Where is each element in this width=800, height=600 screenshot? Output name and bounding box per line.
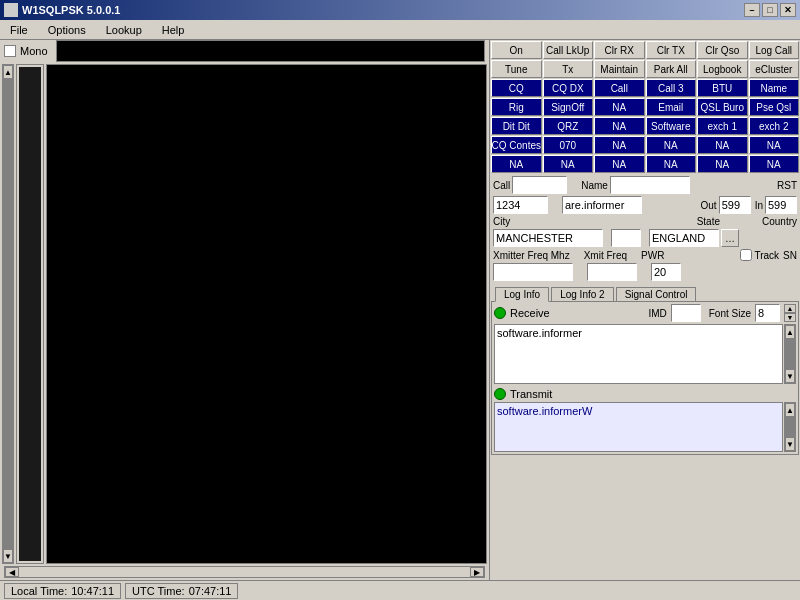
- btn-software[interactable]: Software: [646, 117, 697, 135]
- font-up-button[interactable]: ▲: [784, 304, 796, 313]
- city-label: City: [493, 216, 510, 227]
- btn-logbook[interactable]: Logbook: [697, 60, 748, 78]
- country-input[interactable]: [649, 229, 719, 247]
- btn-na-r4-2[interactable]: NA: [594, 136, 645, 154]
- xmit-freq-input[interactable]: [587, 263, 637, 281]
- city-input[interactable]: [493, 229, 603, 247]
- btn-na-r2-2[interactable]: NA: [594, 98, 645, 116]
- font-size-input[interactable]: [755, 304, 780, 322]
- xmitter-input[interactable]: [493, 263, 573, 281]
- btn-070[interactable]: 070: [543, 136, 594, 154]
- tx-scroll-up[interactable]: ▲: [785, 403, 795, 417]
- close-button[interactable]: ✕: [780, 3, 796, 17]
- btn-na-r5-5[interactable]: NA: [749, 155, 800, 173]
- tab-log-info[interactable]: Log Info: [495, 287, 549, 302]
- track-checkbox[interactable]: [740, 249, 752, 261]
- state-input[interactable]: [611, 229, 641, 247]
- maximize-button[interactable]: □: [762, 3, 778, 17]
- btn-na-r3-2[interactable]: NA: [594, 117, 645, 135]
- btn-na-r5-4[interactable]: NA: [697, 155, 748, 173]
- action-row-2: Rig SignOff NA Email QSL Buro Pse Qsl: [491, 98, 799, 116]
- transmit-textarea[interactable]: software.informerW: [494, 402, 783, 452]
- btn-call[interactable]: Call: [594, 79, 645, 97]
- country-browse-button[interactable]: …: [721, 229, 739, 247]
- btn-dit-dit[interactable]: Dit Dit: [491, 117, 542, 135]
- btn-clr-rx[interactable]: Clr RX: [594, 41, 645, 59]
- mono-checkbox[interactable]: [4, 45, 16, 57]
- font-size-label: Font Size: [709, 308, 751, 319]
- tab-signal-control[interactable]: Signal Control: [616, 287, 697, 302]
- rx-tx-container: Receive IMD Font Size ▲ ▼ software.infor…: [491, 301, 799, 455]
- receive-scrollbar[interactable]: ▲ ▼: [784, 324, 796, 384]
- btn-rig[interactable]: Rig: [491, 98, 542, 116]
- city-state-country-labels: City State Country: [493, 216, 797, 227]
- receive-textarea[interactable]: software.informer: [494, 324, 783, 384]
- transmit-text: software.informerW: [497, 405, 592, 417]
- scroll-up-button[interactable]: ▲: [3, 65, 13, 79]
- name-input[interactable]: [610, 176, 690, 194]
- menu-lookup[interactable]: Lookup: [100, 23, 148, 37]
- menu-file[interactable]: File: [4, 23, 34, 37]
- rx-scroll-up[interactable]: ▲: [785, 325, 795, 339]
- btn-btu[interactable]: BTU: [697, 79, 748, 97]
- in-label: In: [755, 200, 763, 211]
- btn-na-r5-0[interactable]: NA: [491, 155, 542, 173]
- utc-time-display: UTC Time: 07:47:11: [125, 583, 238, 599]
- btn-park-all[interactable]: Park All: [646, 60, 697, 78]
- btn-name[interactable]: Name: [749, 79, 800, 97]
- rx-scroll-down[interactable]: ▼: [785, 369, 795, 383]
- transmit-label: Transmit: [510, 388, 552, 400]
- btn-exch1[interactable]: exch 1: [697, 117, 748, 135]
- imd-input[interactable]: [671, 304, 701, 322]
- pwr-label: PWR: [641, 250, 664, 261]
- menu-help[interactable]: Help: [156, 23, 191, 37]
- btn-call3[interactable]: Call 3: [646, 79, 697, 97]
- tab-log-info-2[interactable]: Log Info 2: [551, 287, 613, 302]
- tx-scroll-down[interactable]: ▼: [785, 437, 795, 451]
- btn-qsl-buro[interactable]: QSL Buro: [697, 98, 748, 116]
- waterfall-scrollbar[interactable]: ▲ ▼: [2, 64, 14, 564]
- btn-na-r4-4[interactable]: NA: [697, 136, 748, 154]
- btn-signoff[interactable]: SignOff: [543, 98, 594, 116]
- window-controls: – □ ✕: [744, 3, 796, 17]
- btn-na-r5-3[interactable]: NA: [646, 155, 697, 173]
- name-value-input[interactable]: [562, 196, 642, 214]
- btn-email[interactable]: Email: [646, 98, 697, 116]
- btn-qrz[interactable]: QRZ: [543, 117, 594, 135]
- hscroll-left[interactable]: ◀: [5, 567, 19, 577]
- btn-cq-contest[interactable]: CQ Contes: [491, 136, 542, 154]
- btn-log-call[interactable]: Log Call: [749, 41, 800, 59]
- btn-na-r5-2[interactable]: NA: [594, 155, 645, 173]
- receive-indicator: [494, 307, 506, 319]
- call-input[interactable]: [512, 176, 567, 194]
- menu-options[interactable]: Options: [42, 23, 92, 37]
- btn-tune[interactable]: Tune: [491, 60, 542, 78]
- btn-ecluster[interactable]: eCluster: [749, 60, 800, 78]
- mono-label: Mono: [20, 45, 48, 57]
- btn-na-r5-1[interactable]: NA: [543, 155, 594, 173]
- minimize-button[interactable]: –: [744, 3, 760, 17]
- btn-tx[interactable]: Tx: [543, 60, 594, 78]
- pwr-input[interactable]: [651, 263, 681, 281]
- font-down-button[interactable]: ▼: [784, 313, 796, 322]
- btn-pse-qsl[interactable]: Pse Qsl: [749, 98, 800, 116]
- btn-exch2[interactable]: exch 2: [749, 117, 800, 135]
- btn-clr-tx[interactable]: Clr TX: [646, 41, 697, 59]
- btn-cq-dx[interactable]: CQ DX: [543, 79, 594, 97]
- scroll-down-button[interactable]: ▼: [3, 549, 13, 563]
- btn-cq[interactable]: CQ: [491, 79, 542, 97]
- btn-clr-qso[interactable]: Clr Qso: [697, 41, 748, 59]
- btn-na-r4-5[interactable]: NA: [749, 136, 800, 154]
- btn-na-r4-3[interactable]: NA: [646, 136, 697, 154]
- btn-maintain[interactable]: Maintain: [594, 60, 645, 78]
- rst-out-input[interactable]: [719, 196, 751, 214]
- title-bar: W1SQLPSK 5.0.0.1 – □ ✕: [0, 0, 800, 20]
- btn-call-lkup[interactable]: Call LkUp: [543, 41, 594, 59]
- btn-on[interactable]: On: [491, 41, 542, 59]
- font-size-spinner[interactable]: ▲ ▼: [784, 304, 796, 322]
- hscroll-right[interactable]: ▶: [470, 567, 484, 577]
- bottom-scrollbar[interactable]: ◀ ▶: [4, 566, 485, 578]
- call-value-input[interactable]: [493, 196, 548, 214]
- transmit-scrollbar[interactable]: ▲ ▼: [784, 402, 796, 452]
- rst-in-input[interactable]: [765, 196, 797, 214]
